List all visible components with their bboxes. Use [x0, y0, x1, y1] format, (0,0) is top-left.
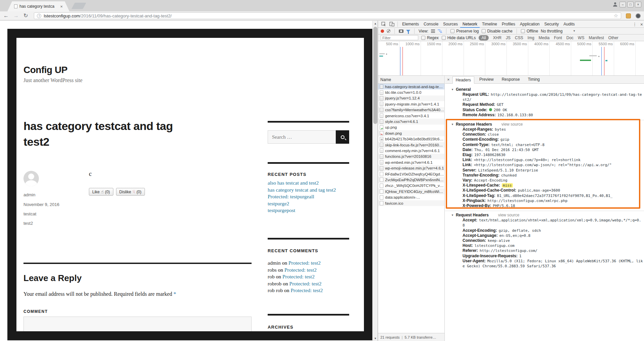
browser-tab[interactable]: has category testca × — [7, 1, 69, 11]
resource-type-filter[interactable]: Doc — [567, 36, 574, 40]
view-source-link[interactable]: view source — [498, 213, 519, 217]
recent-post-link[interactable]: has category testcat and tag test2 — [268, 187, 336, 193]
recent-post-link[interactable]: Protected: testpurgeall — [268, 194, 314, 199]
name-column-header[interactable]: Name — [378, 76, 444, 84]
devtools-tab[interactable]: Application — [518, 21, 542, 28]
request-row[interactable]: genericons.css?ver=3.4.1 — [378, 113, 444, 119]
resource-type-filter[interactable]: WS — [578, 36, 584, 40]
resource-type-filter[interactable]: Img — [528, 36, 534, 40]
resource-type-filter[interactable]: Media — [539, 36, 550, 40]
reload-icon[interactable]: ↻ — [23, 13, 28, 18]
maximize-button[interactable]: □ — [627, 2, 634, 7]
checkbox-icon[interactable] — [521, 29, 525, 33]
request-headers-header[interactable]: ▼ Request Headers view source — [445, 212, 644, 218]
resource-type-filter[interactable]: JS — [506, 36, 511, 40]
page-info-icon[interactable]: i — [37, 14, 41, 18]
recent-post-link[interactable]: also has testcat and test2 — [268, 180, 319, 186]
devtools-close-icon[interactable]: × — [640, 22, 643, 27]
screenshot-capture-icon[interactable] — [399, 29, 404, 33]
page-scrollbar[interactable]: ▲ ▼ — [372, 21, 378, 341]
request-row[interactable]: wp-emoji-release.min.js?ver=4.6.1 — [378, 165, 444, 171]
record-icon[interactable] — [381, 29, 384, 33]
resource-type-filter[interactable]: Other — [608, 36, 619, 40]
view-source-link[interactable]: view source — [501, 122, 523, 127]
request-row[interactable]: down.png — [378, 130, 444, 136]
new-tab-button[interactable] — [71, 3, 86, 9]
preserve-log-toggle[interactable]: Preserve log — [450, 29, 479, 33]
request-row[interactable]: jquery-migrate.min.js?ver=1.4.1 — [378, 101, 444, 107]
devtools-tab[interactable]: Security — [542, 21, 561, 28]
throttling-dropdown[interactable]: No throttling ▼ — [541, 29, 576, 33]
recent-post-link[interactable]: testpurge2 — [268, 201, 289, 206]
scroll-up-icon[interactable]: ▲ — [373, 21, 378, 26]
comment-post-link[interactable]: Protected: test2 — [290, 287, 323, 293]
request-row[interactable]: zhcz-_WihjSQC0oHJ9TCYPk_vA… — [378, 183, 444, 189]
devtools-tab[interactable]: Console — [421, 21, 441, 28]
request-row[interactable]: data:application/x-… — [378, 194, 444, 200]
devtools-tab[interactable]: Timeline — [480, 21, 499, 28]
devtools-tab[interactable]: Elements — [400, 21, 421, 28]
resource-type-filter[interactable]: All — [479, 35, 488, 41]
devtools-tab[interactable]: Profiles — [499, 21, 518, 28]
tab-close-icon[interactable]: × — [60, 4, 63, 9]
recent-post-link[interactable]: testpurgepost — [268, 207, 295, 213]
comment-post-link[interactable]: Protected: test2 — [282, 274, 315, 279]
hide-data-urls-toggle[interactable]: Hide data URLs — [442, 36, 476, 40]
scrollbar-thumb[interactable] — [373, 27, 377, 124]
post-category[interactable]: testcat — [23, 211, 36, 216]
request-row[interactable]: ZvcMqxEwPfh2qDWBPxn6nnlNu… — [378, 177, 444, 183]
request-row[interactable]: skip-link-focus-fix.js?ver=20160… — [378, 142, 444, 148]
back-icon[interactable]: ← — [3, 13, 9, 18]
device-toolbar-icon[interactable] — [388, 21, 395, 27]
devtools-tab[interactable]: Sources — [441, 21, 460, 28]
detail-tab[interactable]: Response — [499, 76, 523, 83]
detail-tab[interactable]: Timing — [525, 76, 543, 83]
regex-toggle[interactable]: Regex — [421, 36, 439, 40]
filter-input[interactable] — [381, 35, 418, 40]
extension-icon[interactable] — [626, 13, 631, 18]
detail-tab[interactable]: Preview — [476, 76, 497, 83]
like-button[interactable]: Like ☝ (0) — [89, 188, 113, 196]
request-row[interactable]: ldc-lite.css?ver=1.0.0 — [378, 89, 444, 95]
waterfall-view-icon[interactable] — [438, 29, 442, 33]
resource-type-filter[interactable]: Manifest — [589, 36, 604, 40]
request-row[interactable]: style.css?ver=4.6.1 — [378, 119, 444, 124]
comment-post-link[interactable]: Protected: test2 — [289, 281, 322, 286]
scroll-down-icon[interactable]: ▼ — [373, 336, 378, 341]
resource-type-filter[interactable]: XHR — [493, 36, 501, 40]
request-row[interactable]: functions.js?ver=20160816 — [378, 154, 444, 159]
post-author[interactable]: admin — [23, 192, 35, 197]
request-row[interactable]: wp-embed.min.js?ver=4.6.1 — [378, 159, 444, 165]
request-row[interactable]: comment-reply.min.js?ver=4.6.1 — [378, 148, 444, 153]
detail-close-icon[interactable]: × — [447, 77, 450, 82]
extension-icon[interactable] — [636, 13, 641, 18]
disable-cache-toggle[interactable]: Disable cache — [482, 29, 513, 33]
clear-icon[interactable] — [387, 29, 390, 33]
site-title[interactable]: Config UP — [23, 65, 67, 75]
detail-tab[interactable]: Headers — [452, 76, 474, 84]
bookmark-star-icon[interactable]: ☆ — [614, 13, 618, 19]
comment-post-link[interactable]: Protected: test2 — [284, 267, 317, 273]
general-section-header[interactable]: ▼ General — [445, 87, 644, 92]
request-row[interactable]: jquery.js?ver=1.12.4 — [378, 95, 444, 101]
response-headers-header[interactable]: ▼ Response Headers view source — [445, 122, 644, 127]
checkbox-icon[interactable] — [482, 29, 486, 33]
inspect-element-icon[interactable] — [380, 21, 387, 27]
resource-type-filter[interactable]: Font — [554, 36, 562, 40]
url-bar[interactable]: i lstestconfigup.com /2016/11/09/has-cat… — [34, 12, 621, 19]
minimize-button[interactable]: – — [620, 2, 626, 7]
request-row[interactable]: css?family=Merriweather%3A40… — [378, 107, 444, 113]
dislike-button[interactable]: Dislike ☟ (0) — [116, 188, 145, 196]
checkbox-icon[interactable] — [421, 36, 425, 40]
network-overview[interactable]: 500 ms 1000 ms 1500 ms 2000 ms 2500 ms 3… — [378, 41, 644, 76]
comment-textarea[interactable] — [23, 317, 252, 331]
request-row[interactable]: IQHow_FEYIDC4Gzy_m8fcoWiM… — [378, 189, 444, 194]
window-close-button[interactable]: × — [635, 2, 641, 7]
request-row[interactable]: up.png — [378, 125, 444, 130]
request-row[interactable]: RFda8w1V0eDZheqfcyQ4EOgd… — [378, 171, 444, 177]
request-row[interactable]: b642b4217b34b1e8d3bd915fc65… — [378, 136, 444, 142]
checkbox-icon[interactable] — [442, 36, 446, 40]
resource-type-filter[interactable]: CSS — [515, 36, 523, 40]
checkbox-icon[interactable] — [450, 29, 454, 33]
devtools-tab[interactable]: Network — [460, 21, 480, 28]
